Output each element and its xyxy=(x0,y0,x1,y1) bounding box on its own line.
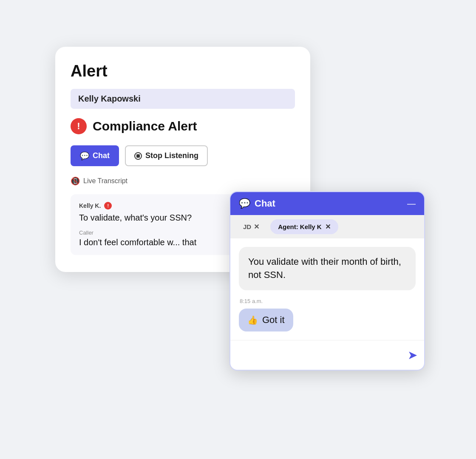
live-transcript-label: Live Transcript xyxy=(83,177,128,185)
live-transcript-row: 📵 Live Transcript xyxy=(71,176,295,186)
chat-input-area: ➤ xyxy=(230,340,424,370)
agent-reply-text: Got it xyxy=(262,314,285,326)
stop-button-label: Stop Listening xyxy=(145,151,198,160)
tab-agent-label: Agent: Kelly K xyxy=(278,223,322,230)
chat-button[interactable]: 💬 Chat xyxy=(71,145,119,166)
tab-agent-close[interactable]: ✕ xyxy=(325,223,331,231)
transcript-name-row: Kelly K. ! xyxy=(79,202,112,210)
tab-jd-close[interactable]: ✕ xyxy=(254,223,259,231)
chat-header-icon: 💬 xyxy=(239,198,250,209)
thumbs-up-icon: 👍 xyxy=(247,315,258,325)
chat-timestamp: 8:15 a.m. xyxy=(239,298,416,304)
phone-icon: 📵 xyxy=(71,176,80,186)
chat-tabs: JD ✕ Agent: Kelly K ✕ xyxy=(230,215,424,238)
chat-body: You validate with their month of birth, … xyxy=(230,238,424,340)
chat-button-label: Chat xyxy=(93,151,110,160)
chat-header-title: Chat xyxy=(255,198,275,209)
chat-header-left: 💬 Chat xyxy=(239,198,275,209)
send-button[interactable]: ➤ xyxy=(408,348,417,362)
send-icon: ➤ xyxy=(408,348,417,362)
compliance-row: ! Compliance Alert xyxy=(71,118,295,134)
chat-button-icon: 💬 xyxy=(80,151,89,161)
chat-window: 💬 Chat — JD ✕ Agent: Kelly K ✕ You valid… xyxy=(230,191,425,371)
tab-jd-label: JD xyxy=(243,223,251,230)
button-row: 💬 Chat Stop Listening xyxy=(71,145,295,166)
transcript-alert-icon: ! xyxy=(104,202,112,210)
scene: Alert Kelly Kapowski ! Compliance Alert … xyxy=(47,38,429,421)
agent-reply-bubble: 👍 Got it xyxy=(239,309,293,332)
minimize-button[interactable]: — xyxy=(407,199,416,208)
chat-header: 💬 Chat — xyxy=(230,192,424,215)
transcript-speaker-name: Kelly K. xyxy=(79,202,101,209)
tab-agent-kelly[interactable]: Agent: Kelly K ✕ xyxy=(270,219,338,234)
alert-user-bar: Kelly Kapowski xyxy=(71,89,295,109)
compliance-label: Compliance Alert xyxy=(93,119,197,133)
supervisor-message: You validate with their month of birth, … xyxy=(239,247,416,290)
stop-listening-button[interactable]: Stop Listening xyxy=(125,145,208,166)
tab-jd[interactable]: JD ✕ xyxy=(236,219,266,234)
alert-title: Alert xyxy=(71,62,295,80)
compliance-alert-icon: ! xyxy=(71,118,87,134)
stop-icon xyxy=(134,152,142,160)
